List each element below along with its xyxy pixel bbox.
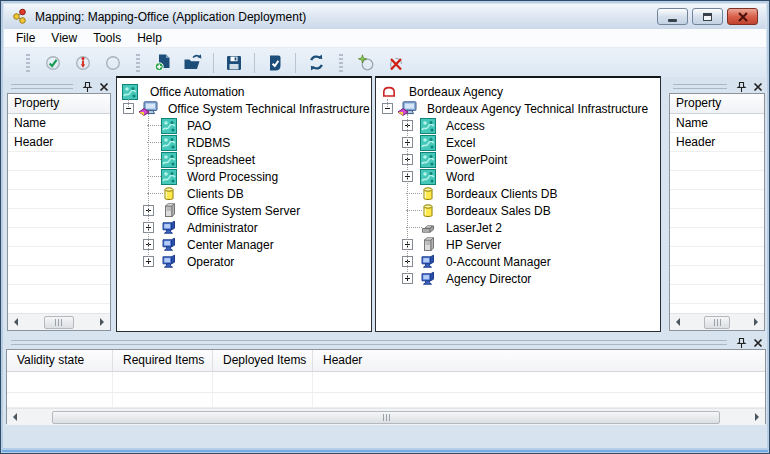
bottom-panel-close-button[interactable] [751,337,765,349]
tree-item[interactable]: PowerPoint [376,151,660,168]
scrollbar-track[interactable] [23,409,749,425]
tree-office-automation: Office AutomationOffice System Technical… [116,76,372,332]
scroll-left-button[interactable] [7,409,23,425]
table-cell [113,372,213,392]
menu-item-tools[interactable]: Tools [85,29,129,47]
scroll-thumb[interactable] [704,316,730,329]
tree-item[interactable]: Operator [117,253,371,270]
new-link-icon [357,54,375,72]
right-panel-grip[interactable] [669,81,765,93]
scroll-right-button[interactable] [748,314,764,330]
property-row[interactable]: Name [670,114,764,133]
left-panel-close-button[interactable] [97,81,111,93]
open-button[interactable] [180,50,206,76]
app-icon [12,8,29,25]
maximize-button[interactable] [692,8,723,25]
tree-item[interactable]: Bordeaux Sales DB [376,202,660,219]
circle-error-button[interactable] [70,50,96,76]
validate-button[interactable] [262,50,288,76]
h-scrollbar[interactable] [670,313,764,330]
left-panel-grip[interactable] [7,81,111,93]
server-icon [161,203,177,219]
toolbar-gripper [26,54,30,72]
tree-item[interactable]: Agency Director [376,270,660,287]
scroll-thumb[interactable] [44,316,73,329]
tree-item[interactable]: Word Processing [117,168,371,185]
close-button[interactable] [727,8,758,25]
workstation-icon [161,237,177,253]
scrollbar-track[interactable] [24,314,94,330]
column-header-required-items[interactable]: Required Items [113,350,213,371]
tree-item-label: LaserJet 2 [446,221,502,235]
delete-link-button[interactable] [383,50,409,76]
right-panel-pin-button[interactable] [734,81,748,93]
save-icon [225,54,243,72]
property-row[interactable]: Header [670,133,764,152]
tree-item[interactable]: LaserJet 2 [376,219,660,236]
tree-item-label: 0-Account Manager [446,255,551,269]
tree-item[interactable]: Administrator [117,219,371,236]
table-row[interactable] [7,372,765,393]
table-cell [213,372,313,392]
bottom-panel-pin-button[interactable] [734,337,748,349]
tree-item[interactable]: Bordeaux Agency Technical Infrastructure [376,100,660,117]
arrow-left-icon [676,318,680,326]
menu-item-file[interactable]: File [8,29,43,47]
tree-item[interactable]: HP Server [376,236,660,253]
tree-item[interactable]: Access [376,117,660,134]
tree-item[interactable]: Bordeaux Agency [376,83,660,100]
tree-item[interactable]: Word [376,168,660,185]
h-scrollbar[interactable] [7,408,765,425]
pin-icon [736,337,747,349]
property-row[interactable]: Name [8,114,110,133]
tree-item[interactable]: 0-Account Manager [376,253,660,270]
column-header-validity-state[interactable]: Validity state [7,350,113,371]
property-column-header[interactable]: Property [670,94,764,114]
property-row[interactable]: Header [8,133,110,152]
menu-item-view[interactable]: View [43,29,85,47]
scroll-left-button[interactable] [8,314,24,330]
scrollbar-track[interactable] [686,314,748,330]
toolbar-separator [213,53,214,73]
tree-item[interactable]: PAO [117,117,371,134]
table-row[interactable] [7,393,765,408]
scroll-thumb[interactable] [52,411,720,424]
tree-item[interactable]: Office Automation [117,83,371,100]
tree-item[interactable]: Center Manager [117,236,371,253]
tree-item[interactable]: Office System Technical Infrastructure [117,100,371,117]
tree-item-label: Word [446,170,474,184]
tree-item-label: Administrator [187,221,258,235]
scroll-right-button[interactable] [94,314,110,330]
tree-item[interactable]: Bordeaux Clients DB [376,185,660,202]
column-header-header[interactable]: Header [313,350,765,371]
application-icon [161,118,177,134]
tree-item[interactable]: Office System Server [117,202,371,219]
close-icon [753,338,763,348]
circle-empty-button[interactable] [100,50,126,76]
new-link-button[interactable] [353,50,379,76]
property-column-header[interactable]: Property [8,94,110,114]
application-icon [420,152,436,168]
column-header-deployed-items[interactable]: Deployed Items [213,350,313,371]
save-button[interactable] [221,50,247,76]
workstation-icon [161,254,177,270]
application-icon [161,152,177,168]
tree-item-label: Office Automation [150,85,245,99]
bottom-panel-grip[interactable] [7,337,765,349]
workstation-icon [420,254,436,270]
refresh-button[interactable] [303,50,329,76]
menu-item-help[interactable]: Help [129,29,170,47]
right-panel-close-button[interactable] [751,81,765,93]
scroll-right-button[interactable] [749,409,765,425]
minimize-button[interactable] [657,8,688,25]
circle-check-button[interactable] [40,50,66,76]
tree-item[interactable]: Spreadsheet [117,151,371,168]
new-mapping-button[interactable] [150,50,176,76]
left-panel-pin-button[interactable] [80,81,94,93]
tree-item[interactable]: RDBMS [117,134,371,151]
arrow-right-icon [100,318,104,326]
scroll-left-button[interactable] [670,314,686,330]
tree-item[interactable]: Clients DB [117,185,371,202]
h-scrollbar[interactable] [8,313,110,330]
tree-item[interactable]: Excel [376,134,660,151]
